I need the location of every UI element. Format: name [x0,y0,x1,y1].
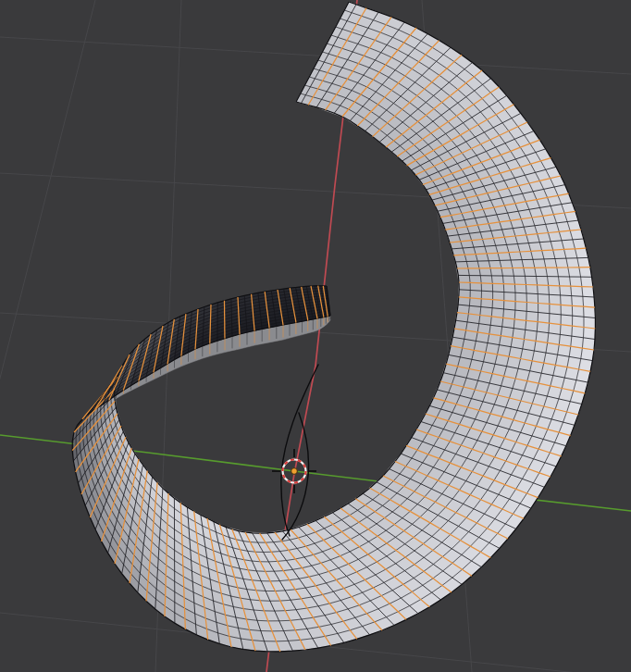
cursor-origin-dot [291,468,298,475]
blender-3d-viewport[interactable] [0,0,631,672]
viewport-canvas [0,0,631,672]
